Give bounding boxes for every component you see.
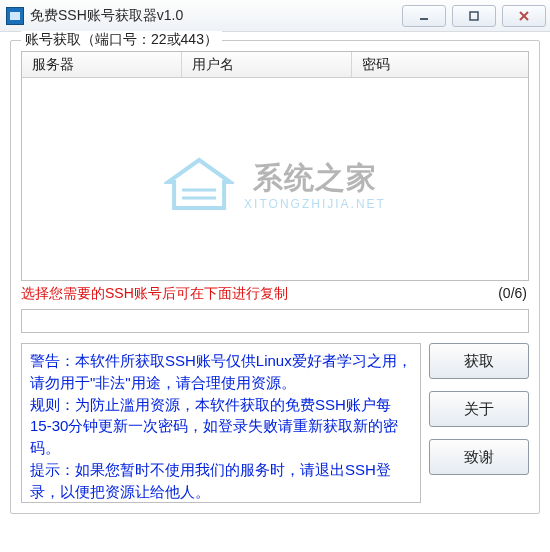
info-rules: 规则：为防止滥用资源，本软件获取的免费SSH账户每15-30分钟更新一次密码，如… xyxy=(30,394,412,459)
groupbox-label: 账号获取（端口号：22或443） xyxy=(21,31,222,49)
close-button[interactable] xyxy=(502,5,546,27)
window-controls xyxy=(402,5,550,27)
counter-label: (0/6) xyxy=(498,285,527,301)
maximize-button[interactable] xyxy=(452,5,496,27)
watermark: 系统之家 XITONGZHIJIA.NET xyxy=(164,156,386,212)
house-icon xyxy=(164,156,234,212)
about-button[interactable]: 关于 xyxy=(429,391,529,427)
selection-tip: 选择您需要的SSH账号后可在下面进行复制 xyxy=(21,285,288,303)
info-tip: 提示：如果您暂时不使用我们的服务时，请退出SSH登录，以便把资源让给他人。 xyxy=(30,459,412,503)
title-bar: 免费SSH账号获取器v1.0 xyxy=(0,0,550,32)
column-username[interactable]: 用户名 xyxy=(182,52,352,78)
info-panel: 警告：本软件所获取SSH账号仅供Linux爱好者学习之用，请勿用于"非法"用途，… xyxy=(21,343,421,503)
column-password[interactable]: 密码 xyxy=(352,52,528,78)
listview-header: 服务器 用户名 密码 xyxy=(22,52,528,78)
fetch-button[interactable]: 获取 xyxy=(429,343,529,379)
info-warning: 警告：本软件所获取SSH账号仅供Linux爱好者学习之用，请勿用于"非法"用途，… xyxy=(30,350,412,394)
app-icon xyxy=(6,7,24,25)
account-groupbox: 账号获取（端口号：22或443） 服务器 用户名 密码 xyxy=(10,40,540,514)
svg-marker-4 xyxy=(168,160,230,208)
account-listview[interactable]: 服务器 用户名 密码 系统之家 xyxy=(21,51,529,281)
copy-input[interactable] xyxy=(21,309,529,333)
watermark-title: 系统之家 xyxy=(244,158,386,199)
thanks-button[interactable]: 致谢 xyxy=(429,439,529,475)
column-server[interactable]: 服务器 xyxy=(22,52,182,78)
listview-body[interactable]: 系统之家 XITONGZHIJIA.NET xyxy=(22,78,528,281)
minimize-button[interactable] xyxy=(402,5,446,27)
watermark-subtitle: XITONGZHIJIA.NET xyxy=(244,197,386,211)
window-title: 免费SSH账号获取器v1.0 xyxy=(30,7,183,25)
svg-rect-1 xyxy=(470,12,478,20)
